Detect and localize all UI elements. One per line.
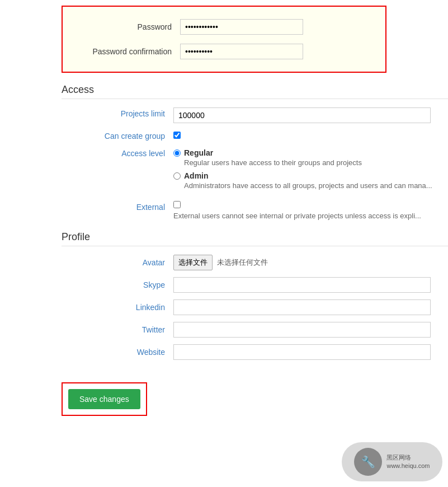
external-label: External	[0, 201, 173, 212]
can-create-group-group: Can create group	[0, 130, 448, 141]
admin-radio-item: Admin Administrators have access to all …	[173, 171, 437, 190]
password-label: Password	[68, 22, 180, 31]
external-group: External External users cannot see inter…	[0, 201, 448, 220]
projects-limit-group: Projects limit	[0, 107, 448, 123]
password-section: Password Password confirmation	[62, 6, 386, 73]
access-level-label: Access level	[0, 147, 173, 158]
website-input[interactable]	[173, 344, 431, 360]
website-group: Website	[0, 344, 448, 360]
skype-content	[173, 277, 437, 293]
profile-header: Profile	[62, 231, 448, 246]
save-changes-button[interactable]: Save changes	[68, 389, 140, 409]
skype-label: Skype	[0, 280, 173, 289]
page-container: Password Password confirmation Access Pr…	[0, 6, 448, 427]
external-content: External users cannot see internal or pr…	[173, 201, 437, 220]
save-area: Save changes	[62, 382, 147, 416]
can-create-group-content	[173, 132, 437, 139]
linkedin-label: Linkedin	[0, 303, 173, 312]
admin-desc: Administrators have access to all groups…	[184, 181, 432, 190]
watermark-line2: www.heiqu.com	[386, 462, 430, 470]
access-section: Access Projects limit Can create group A…	[0, 84, 448, 220]
watermark: 🔧 黑区网络 www.heiqu.com	[342, 442, 442, 481]
projects-limit-content	[173, 107, 437, 123]
projects-limit-label: Projects limit	[0, 107, 173, 118]
password-group: Password	[63, 17, 385, 37]
can-create-group-checkbox[interactable]	[173, 132, 181, 139]
linkedin-group: Linkedin	[0, 299, 448, 315]
admin-text: Admin Administrators have access to all …	[184, 171, 432, 190]
linkedin-input[interactable]	[173, 299, 431, 315]
twitter-label: Twitter	[0, 325, 173, 334]
password-confirmation-group: Password confirmation	[63, 41, 385, 62]
twitter-input[interactable]	[173, 322, 431, 338]
regular-title: Regular	[184, 148, 362, 157]
regular-radio-item: Regular Regular users have access to the…	[173, 148, 437, 167]
access-level-content: Regular Regular users have access to the…	[173, 148, 437, 194]
skype-group: Skype	[0, 277, 448, 293]
watermark-icon: 🔧	[354, 448, 382, 476]
watermark-line1: 黑区网络	[386, 453, 430, 462]
external-desc: External users cannot see internal or pr…	[173, 212, 437, 220]
watermark-text: 黑区网络 www.heiqu.com	[386, 453, 430, 471]
avatar-group: Avatar 选择文件 未选择任何文件	[0, 255, 448, 270]
website-content	[173, 344, 437, 360]
password-input[interactable]	[180, 19, 303, 35]
access-header: Access	[62, 84, 448, 99]
file-choose-button[interactable]: 选择文件	[173, 255, 213, 270]
admin-label-wrapper[interactable]: Admin Administrators have access to all …	[173, 171, 437, 190]
regular-text: Regular Regular users have access to the…	[184, 148, 362, 167]
regular-radio[interactable]	[173, 149, 181, 157]
admin-radio[interactable]	[173, 172, 181, 180]
access-level-group: Access level Regular Regular users have …	[0, 147, 448, 194]
twitter-content	[173, 322, 437, 338]
profile-section: Profile Avatar 选择文件 未选择任何文件 Skype Linked…	[0, 231, 448, 360]
projects-limit-input[interactable]	[173, 107, 431, 123]
can-create-group-label: Can create group	[0, 130, 173, 141]
linkedin-content	[173, 299, 437, 315]
external-checkbox[interactable]	[173, 201, 181, 208]
password-confirmation-label: Password confirmation	[68, 47, 180, 56]
twitter-group: Twitter	[0, 322, 448, 338]
admin-title: Admin	[184, 171, 432, 180]
skype-input[interactable]	[173, 277, 431, 293]
file-no-selected-text: 未选择任何文件	[217, 257, 268, 268]
avatar-content: 选择文件 未选择任何文件	[173, 255, 437, 270]
regular-desc: Regular users have access to their group…	[184, 158, 362, 167]
regular-label-wrapper[interactable]: Regular Regular users have access to the…	[173, 148, 437, 167]
website-label: Website	[0, 348, 173, 357]
password-confirmation-input[interactable]	[180, 44, 303, 59]
avatar-label: Avatar	[0, 258, 173, 267]
